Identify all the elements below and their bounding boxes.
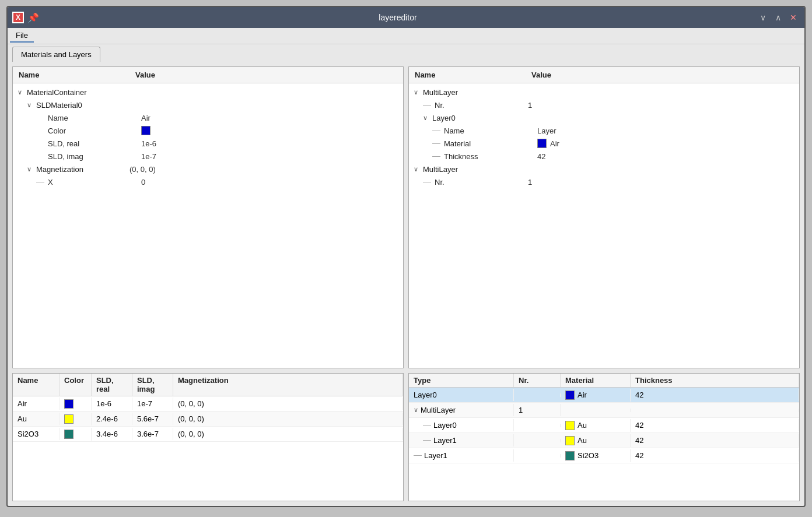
window-title: layereditor xyxy=(39,13,757,22)
tree-value: 1 xyxy=(528,101,532,110)
color-swatch xyxy=(565,436,575,445)
close-button[interactable]: ✕ xyxy=(787,11,800,24)
main-content: Name Value ∨ MaterialContainer ∨ SLDMate… xyxy=(8,62,804,506)
tree-label: MultiLayer xyxy=(423,88,516,97)
toggle-icon: ∨ xyxy=(414,89,421,96)
td-mag: (0, 0, 0) xyxy=(173,413,403,425)
spacer xyxy=(432,131,442,131)
toggle-icon: ∨ xyxy=(414,166,421,173)
td-type: ∨ MultiLayer xyxy=(409,404,514,416)
tree-row[interactable]: Name Layer xyxy=(409,124,799,137)
top-panels-row: Name Value ∨ MaterialContainer ∨ SLDMate… xyxy=(12,66,800,368)
bottom-panels-row: Name Color SLD, real SLD, imag Magnetiza… xyxy=(12,373,800,501)
tree-value: 1 xyxy=(528,178,532,187)
spacer xyxy=(423,105,432,105)
td-material: Si2O3 xyxy=(561,449,631,462)
toggle-icon: ∨ xyxy=(414,406,418,414)
color-swatch xyxy=(141,126,150,135)
tab-materials-layers[interactable]: Materials and Layers xyxy=(12,47,100,62)
spacer xyxy=(36,182,46,182)
tree-label: Layer0 xyxy=(432,114,526,122)
td-sldimag: 5.6e-7 xyxy=(132,413,173,425)
th-name: Name xyxy=(13,374,60,396)
tree-label: Name xyxy=(48,114,141,122)
tree-label: Nr. xyxy=(435,101,528,110)
titlebar-controls: ∨ ∧ ✕ xyxy=(757,11,800,24)
left-tree-header: Name Value xyxy=(13,67,403,83)
tree-row[interactable]: Material Air xyxy=(409,137,799,150)
table-row[interactable]: Air 1e-6 1e-7 (0, 0, 0) xyxy=(13,396,403,412)
td-thickness: 42 xyxy=(631,419,799,431)
tree-row[interactable]: ∨ Layer0 xyxy=(409,111,799,124)
td-material: Au xyxy=(561,419,631,432)
table-row[interactable]: Layer0 Au 42 xyxy=(409,418,799,433)
table-row[interactable]: Si2O3 3.4e-6 3.6e-7 (0, 0, 0) xyxy=(13,427,403,442)
right-tree-header: Name Value xyxy=(409,67,799,83)
tree-label: Magnetization xyxy=(36,165,130,174)
menubar: File xyxy=(8,28,804,44)
td-sldimag: 1e-7 xyxy=(132,398,173,410)
th-color: Color xyxy=(60,374,92,396)
minimize-button[interactable]: ∨ xyxy=(757,11,769,24)
table-row[interactable]: ∨ MultiLayer 1 xyxy=(409,403,799,418)
color-swatch xyxy=(565,421,575,430)
tree-row[interactable]: ∨ MultiLayer xyxy=(409,86,799,99)
tree-value: 1e-6 xyxy=(141,139,156,148)
tree-value: Air xyxy=(141,114,150,122)
right-value-header: Value xyxy=(526,69,799,80)
right-tree-content: ∨ MultiLayer Nr. 1 ∨ xyxy=(409,83,799,368)
td-color xyxy=(60,398,92,410)
td-nr xyxy=(514,454,561,458)
spacer xyxy=(432,143,442,144)
td-mag: (0, 0, 0) xyxy=(173,428,403,440)
tree-row[interactable]: ∨ SLDMaterial0 xyxy=(13,99,403,111)
layers-table-panel: Type Nr. Material Thickness Layer0 Air xyxy=(408,373,800,501)
tree-label: Thickness xyxy=(444,152,537,161)
tree-row[interactable]: ∨ Magnetization (0, 0, 0) xyxy=(13,163,403,175)
tree-row[interactable]: Color xyxy=(13,124,403,137)
tree-value: 0 xyxy=(141,178,145,187)
tree-row[interactable]: Nr. 1 xyxy=(409,175,799,188)
tree-value: 1e-7 xyxy=(141,152,156,161)
tree-value: Air xyxy=(537,139,559,148)
tree-label: Material xyxy=(444,139,537,148)
th-type: Type xyxy=(409,374,514,387)
th-sldreal: SLD, real xyxy=(92,374,132,396)
td-sldreal: 3.4e-6 xyxy=(92,428,132,440)
toggle-icon: ∨ xyxy=(18,89,24,96)
th-mag: Magnetization xyxy=(173,374,403,396)
td-type: Layer0 xyxy=(409,419,514,431)
spacer xyxy=(432,156,442,157)
td-thickness xyxy=(631,409,799,412)
td-material: Air xyxy=(561,389,631,402)
tree-row[interactable]: X 0 xyxy=(13,175,403,188)
td-name: Au xyxy=(13,413,60,425)
left-value-header: Value xyxy=(130,69,403,80)
tree-row[interactable]: SLD, real 1e-6 xyxy=(13,137,403,150)
tree-row[interactable]: ∨ MultiLayer xyxy=(409,163,799,175)
th-material: Material xyxy=(561,374,631,387)
titlebar: X 📌 layereditor ∨ ∧ ✕ xyxy=(8,7,804,28)
tree-row[interactable]: Name Air xyxy=(13,111,403,124)
tree-label: SLD, imag xyxy=(48,152,141,161)
toggle-icon: ∨ xyxy=(27,166,34,173)
td-name: Air xyxy=(13,398,60,410)
color-swatch xyxy=(565,451,575,460)
tree-row[interactable]: Nr. 1 xyxy=(409,99,799,111)
tree-row[interactable]: Thickness 42 xyxy=(409,150,799,163)
table-row[interactable]: Au 2.4e-6 5.6e-7 (0, 0, 0) xyxy=(13,412,403,427)
maximize-button[interactable]: ∧ xyxy=(772,11,785,24)
table-row[interactable]: Layer0 Air 42 xyxy=(409,388,799,403)
td-color xyxy=(60,413,92,425)
td-sldreal: 2.4e-6 xyxy=(92,413,132,425)
tree-label: MaterialContainer xyxy=(27,88,120,97)
table-row[interactable]: Layer1 Si2O3 42 xyxy=(409,448,799,463)
tree-row[interactable]: SLD, imag 1e-7 xyxy=(13,150,403,163)
table-row[interactable]: Layer1 Au 42 xyxy=(409,433,799,448)
file-menu[interactable]: File xyxy=(10,29,34,43)
materials-table-panel: Name Color SLD, real SLD, imag Magnetiza… xyxy=(12,373,404,501)
color-swatch xyxy=(537,139,547,148)
color-swatch xyxy=(565,391,575,400)
tree-row[interactable]: ∨ MaterialContainer xyxy=(13,86,403,99)
td-sldreal: 1e-6 xyxy=(92,398,132,410)
